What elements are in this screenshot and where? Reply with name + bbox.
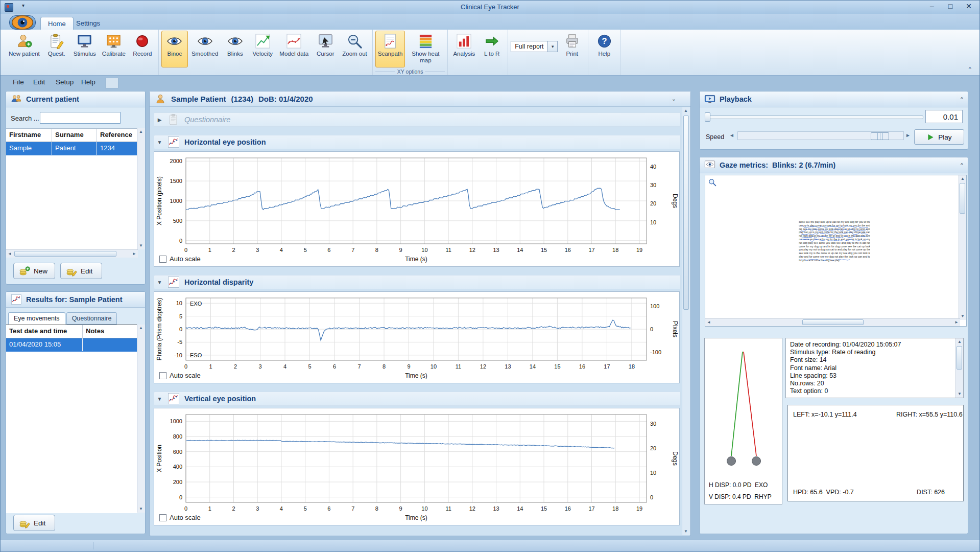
section-questionnaire[interactable]: ▶Questionnaire [154, 112, 681, 127]
play-button[interactable]: Play [914, 129, 964, 145]
expand-arrow-icon[interactable]: ▶ [156, 117, 163, 123]
ribbon-button-cursor[interactable]: Cursor [312, 31, 339, 67]
column-header[interactable]: Notes [83, 325, 138, 338]
ribbon-button-analysis[interactable]: Analysis [450, 31, 477, 67]
scroll-down-arrow[interactable]: ▼ [956, 390, 963, 398]
patient-table-vertical-scrollbar[interactable]: ▲ ▼ [137, 128, 145, 249]
menu-file[interactable]: File [13, 78, 24, 86]
maximize-button[interactable]: □ [946, 2, 955, 10]
scroll-up-arrow[interactable]: ▲ [959, 175, 966, 182]
application-menu-button[interactable] [9, 15, 36, 30]
ribbon-button-quest[interactable]: Quest. [43, 31, 70, 67]
section-vertical-eye-position[interactable]: ▼Vertical eye position [154, 392, 681, 406]
ribbon-button-l-to-r[interactable]: L to R [479, 31, 505, 67]
menu-setup[interactable]: Setup [56, 78, 74, 86]
edit-result-button[interactable]: Edit [13, 515, 55, 531]
column-header[interactable]: Surname [52, 129, 97, 142]
magnifier-icon[interactable] [708, 178, 717, 187]
chevron-up-icon[interactable]: ^ [961, 96, 963, 102]
results-table-vertical-scrollbar[interactable]: ▲ ▼ [137, 325, 145, 513]
column-header[interactable]: Reference [97, 129, 138, 142]
close-button[interactable]: ✕ [964, 2, 973, 10]
menu-help[interactable]: Help [81, 78, 95, 86]
ribbon-button-smoothed[interactable]: Smoothed [189, 31, 221, 67]
scroll-down-arrow[interactable]: ▼ [137, 242, 145, 249]
scroll-up-arrow[interactable]: ▲ [956, 338, 963, 346]
chevron-up-icon[interactable]: ^ [961, 162, 963, 168]
section-horizontal-eye-position[interactable]: ▼Horizontal eye position [154, 135, 681, 149]
ribbon-button-new-patient[interactable]: New patient [6, 31, 42, 67]
svg-text:Time (s): Time (s) [405, 372, 427, 379]
scrollbar-thumb[interactable] [802, 319, 864, 325]
patient-table-horizontal-scrollbar[interactable]: ◄ ► [6, 249, 138, 258]
dropdown-arrow-icon[interactable]: ▾ [547, 41, 557, 52]
speed-slider[interactable] [737, 131, 904, 140]
auto-scale-checkbox[interactable]: Auto scale [159, 255, 201, 263]
ribbon-button-stimulus[interactable]: Stimulus [71, 31, 99, 67]
main-vertical-scrollbar[interactable]: ▲ ▼ [682, 107, 690, 535]
canvas-vertical-scrollbar[interactable]: ▲ ▼ [959, 175, 966, 320]
tab-settings[interactable]: Settings [69, 17, 107, 30]
scroll-down-arrow[interactable]: ▼ [137, 505, 145, 513]
ribbon-button-model-data[interactable]: Model data [277, 31, 311, 67]
collapse-arrow-icon[interactable]: ▼ [156, 140, 163, 145]
patient-header-bar[interactable]: Sample Patient (1234) DoB: 01/4/2020 ⌄ [150, 91, 690, 107]
ribbon-button-blinks[interactable]: Blinks [222, 31, 248, 67]
vertical-eye-position-plot[interactable]: 0123456789101112131415161718190200400600… [154, 408, 679, 525]
ribbon-button-print[interactable]: Print [559, 31, 585, 67]
chevron-down-icon[interactable]: ⌄ [672, 96, 676, 102]
scroll-up-arrow[interactable]: ▲ [682, 107, 689, 114]
column-header[interactable]: Firstname [6, 129, 52, 142]
minimize-button[interactable]: – [927, 2, 937, 10]
scroll-up-arrow[interactable]: ▲ [137, 128, 145, 135]
info-vertical-scrollbar[interactable]: ▲ ▼ [955, 338, 963, 398]
speed-increase-arrow[interactable]: ► [905, 132, 911, 138]
new-patient-button[interactable]: New [13, 263, 55, 279]
speed-decrease-arrow[interactable]: ◄ [729, 132, 734, 138]
playback-position-slider[interactable] [706, 116, 923, 119]
horizontal-disparity-plot[interactable]: 0123456789101112131415161718-10-50510-10… [154, 292, 679, 383]
scanpath-canvas[interactable]: come see the play look up to cat not my … [705, 175, 967, 327]
scanpath-thumbnail[interactable]: come see the play look up to cat not my … [799, 220, 870, 291]
section-horizontal-disparity[interactable]: ▼Horizontal disparity [154, 275, 681, 289]
search-input[interactable] [40, 112, 121, 124]
scrollbar-thumb[interactable] [960, 183, 965, 214]
patient-row[interactable]: SamplePatient1234 [6, 142, 138, 155]
scroll-right-arrow[interactable]: ► [131, 250, 138, 258]
scroll-down-arrow[interactable]: ▼ [959, 313, 966, 320]
ribbon-button-scanpath[interactable]: Scanpath [375, 31, 405, 67]
scroll-right-arrow[interactable]: ► [953, 319, 960, 326]
ribbon-button-help[interactable]: ?Help [591, 31, 617, 67]
report-type-value: Full report [515, 43, 543, 50]
ribbon-button-zoom-out[interactable]: Zoom out [340, 31, 370, 67]
column-header[interactable]: Test date and time [6, 325, 83, 338]
playback-slider-thumb[interactable] [705, 112, 710, 122]
report-type-dropdown[interactable]: Full report▾ [511, 41, 558, 52]
collapse-arrow-icon[interactable]: ▼ [156, 396, 163, 402]
collapse-ribbon-button[interactable]: ^ [969, 66, 971, 72]
ribbon-button-binoc[interactable]: Binoc [161, 31, 188, 67]
tab-questionnaire[interactable]: Questionnaire [66, 312, 117, 325]
result-row[interactable]: 01/04/2020 15:05 [6, 338, 138, 352]
speed-slider-thumb[interactable] [871, 132, 889, 140]
collapse-arrow-icon[interactable]: ▼ [156, 280, 163, 285]
ribbon-button-velocity[interactable]: Velocity [249, 31, 276, 67]
ribbon-button-calibrate[interactable]: Calibrate [100, 31, 128, 67]
auto-scale-checkbox[interactable]: Auto scale [159, 372, 201, 379]
tab-home[interactable]: Home [40, 17, 74, 30]
menu-edit[interactable]: Edit [33, 78, 45, 86]
horizontal-eye-position-plot[interactable]: 0123456789101112131415161718190500100015… [154, 152, 679, 266]
scrollbar-thumb[interactable] [14, 251, 116, 257]
scroll-up-arrow[interactable]: ▲ [137, 325, 145, 332]
tab-eye-movements[interactable]: Eye movements [8, 312, 65, 325]
scroll-left-arrow[interactable]: ◄ [6, 250, 13, 258]
canvas-horizontal-scrollbar[interactable]: ◄ ► [705, 318, 960, 326]
edit-patient-button[interactable]: Edit [60, 263, 102, 279]
ribbon-button-record[interactable]: Record [129, 31, 156, 67]
scroll-down-arrow[interactable]: ▼ [682, 528, 689, 535]
scrollbar-thumb[interactable] [683, 116, 689, 310]
ribbon-button-show-heat-map[interactable]: Show heat map [406, 31, 445, 67]
auto-scale-checkbox[interactable]: Auto scale [159, 514, 201, 521]
scrollbar-thumb[interactable] [957, 346, 962, 370]
scroll-left-arrow[interactable]: ◄ [705, 319, 712, 326]
